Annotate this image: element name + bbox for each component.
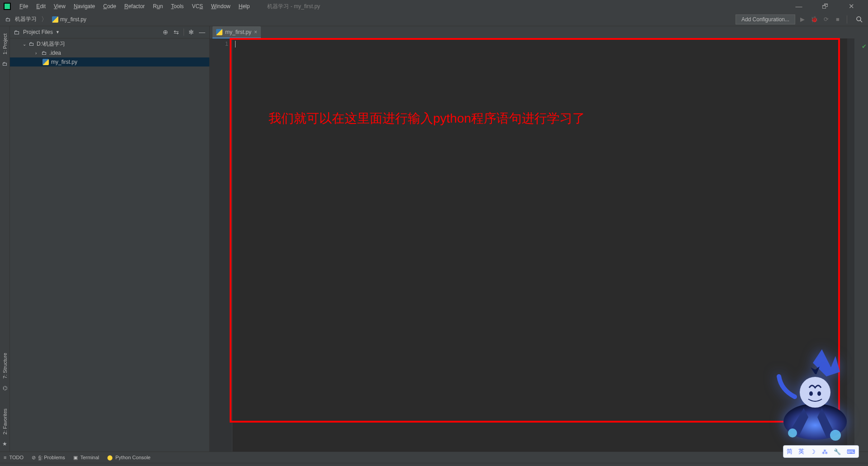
breadcrumb-project[interactable]: 🗀 机器学习 bbox=[4, 15, 38, 23]
minimize-button[interactable]: — bbox=[792, 2, 806, 10]
expand-all-icon[interactable]: ⇆ bbox=[173, 29, 180, 36]
left-tool-gutter: 1: Project 🗀 7: Structure ⌬ 2: Favorites… bbox=[0, 26, 10, 452]
app-icon bbox=[4, 3, 11, 10]
breadcrumb: 🗀 机器学习 〉 my_first.py bbox=[4, 15, 88, 24]
ime-lang[interactable]: 简 bbox=[787, 447, 793, 456]
add-configuration-button[interactable]: Add Configuration... bbox=[736, 14, 795, 24]
gutter-structure-tab[interactable]: 7: Structure bbox=[1, 348, 9, 383]
breadcrumb-file[interactable]: my_first.py bbox=[50, 16, 88, 23]
menu-vcs[interactable]: VCS bbox=[188, 0, 207, 13]
editor-tab-bar: my_first.py × bbox=[210, 26, 868, 38]
text-cursor bbox=[235, 41, 236, 48]
menu-code[interactable]: Code bbox=[99, 0, 120, 13]
structure-icon: ⌬ bbox=[3, 385, 7, 391]
project-view-selector[interactable]: Project Files bbox=[23, 29, 53, 35]
editor[interactable]: 1 我们就可以在这里面进行输入python程序语句进行学习了 ✔ bbox=[210, 38, 868, 452]
editor-right-gutter: ✔ bbox=[854, 38, 868, 452]
separator bbox=[847, 15, 847, 24]
star-icon: ★ bbox=[2, 441, 7, 447]
project-tree: ⌄ 🗀 D:\机器学习 › 🗀 .idea my_first.py bbox=[10, 38, 209, 67]
menu-edit[interactable]: Edit bbox=[32, 0, 50, 13]
navbar: 🗀 机器学习 〉 my_first.py Add Configuration..… bbox=[0, 13, 868, 26]
menu-run[interactable]: Run bbox=[149, 0, 167, 13]
settings-icon[interactable]: ✻ bbox=[188, 29, 195, 36]
bottom-tool-bar: ≡TODO ⊘6: Problems ▣Terminal ⬤Python Con… bbox=[0, 452, 868, 463]
menu-refactor[interactable]: Refactor bbox=[120, 0, 149, 13]
emoji-icon[interactable]: ⁂ bbox=[822, 448, 828, 455]
svg-line-1 bbox=[860, 20, 862, 22]
wrench-icon[interactable]: 🔧 bbox=[834, 448, 841, 455]
chevron-down-icon: ▼ bbox=[56, 30, 60, 34]
annotation-box bbox=[230, 38, 840, 423]
tree-file[interactable]: my_first.py bbox=[10, 57, 209, 67]
maximize-button[interactable]: 🗗 bbox=[818, 2, 832, 10]
chevron-right-icon: 〉 bbox=[41, 15, 47, 24]
python-file-icon bbox=[42, 59, 49, 65]
project-panel-header: 🗀 Project Files ▼ ⊕ ⇆ ✻ — bbox=[10, 26, 209, 38]
locate-icon[interactable]: ⊕ bbox=[162, 29, 169, 36]
terminal-tab[interactable]: ▣Terminal bbox=[73, 455, 99, 461]
python-file-icon bbox=[52, 16, 58, 23]
run-icon[interactable]: ▶ bbox=[798, 15, 807, 24]
debug-icon[interactable]: 🐞 bbox=[810, 15, 819, 24]
keyboard-icon[interactable]: ⌨ bbox=[847, 448, 855, 455]
right-marker-column bbox=[847, 38, 854, 452]
chevron-right-icon: › bbox=[35, 51, 42, 56]
chevron-down-icon: ⌄ bbox=[23, 42, 29, 47]
search-icon[interactable] bbox=[854, 15, 864, 24]
gutter-project-tab[interactable]: 1: Project bbox=[1, 29, 9, 59]
tab-label: my_first.py bbox=[225, 29, 251, 35]
ime-mode[interactable]: 英 bbox=[798, 447, 804, 456]
close-icon[interactable]: × bbox=[254, 29, 257, 35]
menu-navigate[interactable]: Navigate bbox=[70, 0, 99, 13]
close-button[interactable]: ✕ bbox=[844, 2, 858, 10]
folder-icon: 🗀 bbox=[5, 16, 11, 23]
menu-window[interactable]: Window bbox=[207, 0, 235, 13]
svg-point-0 bbox=[857, 17, 861, 21]
line-number: 1 bbox=[210, 40, 228, 47]
stop-icon[interactable]: ■ bbox=[833, 15, 842, 24]
editor-tab[interactable]: my_first.py × bbox=[212, 26, 261, 38]
moon-icon[interactable]: ☽ bbox=[810, 448, 816, 455]
status-bar: ▢ 1:1 CRLF UTF- bbox=[0, 463, 868, 466]
project-panel: 🗀 Project Files ▼ ⊕ ⇆ ✻ — ⌄ 🗀 D:\机器学习 › … bbox=[10, 26, 210, 452]
hide-icon[interactable]: — bbox=[198, 29, 206, 36]
editor-area: my_first.py × 1 我们就可以在这里面进行输入python程序语句进… bbox=[210, 26, 868, 452]
tree-root[interactable]: ⌄ 🗀 D:\机器学习 bbox=[10, 39, 209, 48]
coverage-icon[interactable]: ⟳ bbox=[821, 15, 830, 24]
folder-icon: 🗀 bbox=[42, 50, 47, 56]
todo-tab[interactable]: ≡TODO bbox=[4, 455, 24, 460]
python-console-tab[interactable]: ⬤Python Console bbox=[107, 455, 151, 461]
check-icon: ✔ bbox=[862, 43, 867, 50]
folder-icon: 🗀 bbox=[29, 41, 34, 47]
menu-file[interactable]: File bbox=[15, 0, 32, 13]
menu-help[interactable]: Help bbox=[235, 0, 254, 13]
ime-bar[interactable]: 简 英 ☽ ⁂ 🔧 ⌨ bbox=[783, 445, 859, 458]
window-title: 机器学习 - my_first.py bbox=[267, 3, 320, 10]
python-file-icon bbox=[216, 29, 222, 35]
line-number-gutter: 1 bbox=[210, 38, 232, 452]
separator bbox=[184, 29, 184, 36]
folder-icon: 🗀 bbox=[14, 29, 19, 36]
code-area[interactable]: 我们就可以在这里面进行输入python程序语句进行学习了 bbox=[232, 38, 847, 452]
problems-tab[interactable]: ⊘6: Problems bbox=[32, 455, 65, 461]
menubar: File Edit View Navigate Code Refactor Ru… bbox=[0, 0, 868, 13]
annotation-text: 我们就可以在这里面进行输入python程序语句进行学习了 bbox=[269, 110, 585, 127]
folder-icon: 🗀 bbox=[2, 61, 8, 67]
gutter-favorites-tab[interactable]: 2: Favorites bbox=[1, 404, 9, 439]
menu-view[interactable]: View bbox=[50, 0, 70, 13]
tree-idea-folder[interactable]: › 🗀 .idea bbox=[10, 48, 209, 57]
menu-tools[interactable]: Tools bbox=[167, 0, 188, 13]
